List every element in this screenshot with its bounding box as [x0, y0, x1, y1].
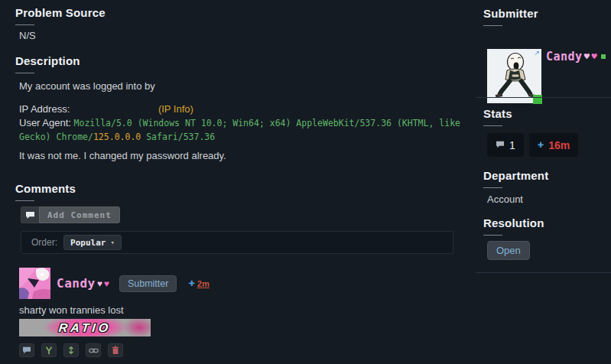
- order-dropdown[interactable]: Popular ▾: [63, 235, 122, 250]
- ip-label: IP Address:: [19, 103, 70, 115]
- department-value: Account: [487, 193, 523, 205]
- move-up-down-icon[interactable]: [63, 343, 79, 357]
- description-intro: My account was logged into by: [19, 80, 155, 92]
- comment-timestamp-link[interactable]: ✚ 2m: [188, 279, 209, 288]
- reply-icon[interactable]: [19, 343, 34, 357]
- comment-bubble-icon: [496, 139, 505, 151]
- submitter-heading: Submitter: [483, 7, 538, 26]
- order-label: Order:: [31, 237, 57, 248]
- comment-count-badge: 1: [487, 133, 524, 157]
- user-agent-label: User Agent:: [19, 117, 71, 128]
- problem-source-value: N/S: [19, 30, 36, 41]
- external-link-icon: ↗: [534, 49, 540, 57]
- comment-image-ratio-banner[interactable]: RATIO: [19, 319, 151, 336]
- sidebar-divider: [476, 272, 611, 273]
- add-comment-label: Add Comment: [39, 206, 120, 223]
- online-indicator: [533, 95, 542, 104]
- heart-icon: ♥: [97, 278, 102, 289]
- order-value: Popular: [70, 238, 106, 248]
- slingshot-icon[interactable]: [41, 343, 57, 357]
- ticket-age-badge: ✚ 16m: [529, 133, 578, 157]
- add-comment-button[interactable]: Add Comment: [21, 206, 120, 223]
- department-heading: Department: [483, 169, 548, 188]
- heart-icon: ♥: [584, 51, 590, 62]
- submitter-avatar[interactable]: ↗: [487, 49, 541, 103]
- comments-heading: Comments: [15, 182, 76, 201]
- comment-actions: [19, 343, 123, 357]
- comment-count: 1: [509, 139, 515, 151]
- ticket-age: 16m: [548, 139, 570, 151]
- link-icon[interactable]: [86, 343, 101, 357]
- chevron-down-icon: ▾: [110, 239, 114, 246]
- stats-heading: Stats: [483, 107, 512, 126]
- submitter-name[interactable]: Candy ♥ ♥: [546, 50, 606, 63]
- user-agent-block: User Agent: Mozilla/5.0 (Windows NT 10.0…: [19, 116, 478, 144]
- description-outro: It was not me. I changed my password alr…: [19, 150, 226, 161]
- comment-author-name[interactable]: Candy: [57, 276, 96, 291]
- comment-author-avatar[interactable]: [19, 268, 50, 299]
- order-bar: Order: Popular ▾: [21, 231, 453, 254]
- ip-info-link[interactable]: (IP Info): [158, 103, 193, 115]
- plus-icon: ✚: [188, 279, 194, 288]
- comment-header: Candy ♥ ♥ Submitter ✚ 2m: [19, 268, 210, 299]
- user-agent-line1: User Agent: Mozilla/5.0 (Windows NT 10.0…: [19, 116, 478, 130]
- chrome-version: 125.0.0.0: [93, 132, 141, 142]
- ratio-banner-text: RATIO: [19, 319, 151, 336]
- ip-line: IP Address: (IP Info): [19, 103, 193, 115]
- comment-body: sharty won trannies lost: [19, 304, 124, 316]
- comment-bubble-icon: [21, 206, 39, 223]
- comment-time: 2m: [197, 279, 210, 288]
- problem-source-heading: Problem Source: [15, 6, 106, 25]
- resolution-status-button[interactable]: Open: [487, 241, 530, 260]
- sidebar-divider: [476, 97, 611, 98]
- delete-icon[interactable]: [108, 343, 123, 357]
- stats-badges: 1 ✚ 16m: [487, 133, 578, 157]
- plus-icon: ✚: [538, 141, 544, 149]
- resolution-heading: Resolution: [483, 216, 544, 236]
- description-heading: Description: [15, 54, 80, 73]
- heart-icon: ♥: [591, 51, 597, 62]
- online-pixel-indicator: [601, 54, 606, 59]
- user-agent-line2: Gecko) Chrome/125.0.0.0 Safari/537.36: [19, 130, 478, 144]
- submitter-badge[interactable]: Submitter: [119, 275, 177, 292]
- heart-icon: ♥: [104, 278, 109, 289]
